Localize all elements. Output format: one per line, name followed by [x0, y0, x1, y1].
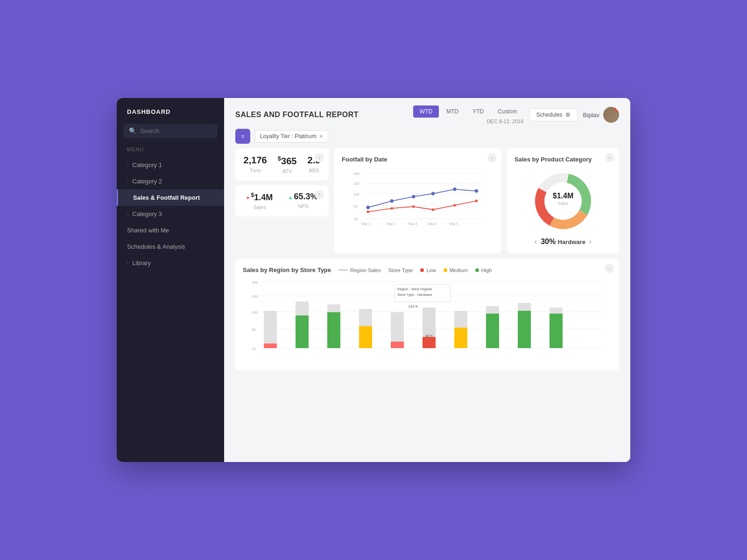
- donut-container: $1.4M Sales ‹ 30% Hardware ›: [514, 168, 612, 246]
- user-area: Biplav 2: [583, 107, 619, 123]
- filter-icon[interactable]: ▿: [235, 129, 250, 144]
- svg-text:Day 1: Day 1: [361, 222, 370, 226]
- svg-text:100: 100: [252, 310, 258, 315]
- chart-header: Sales by Region by Store Type Region Sal…: [243, 266, 612, 273]
- chevron-right-icon-2: ›: [127, 211, 128, 217]
- kpi-sales: ▾ $1.4M Sales: [247, 192, 273, 210]
- svg-text:150: 150: [354, 182, 359, 186]
- filter-bar: ▿ Loyality Tier : Platinum ×: [224, 124, 630, 148]
- notification-badge: 2: [614, 107, 619, 112]
- svg-text:48 K: 48 K: [425, 334, 433, 338]
- donut-prev-btn[interactable]: ‹: [535, 238, 537, 246]
- donut-svg: $1.4M Sales: [530, 168, 596, 234]
- svg-point-21: [475, 200, 478, 203]
- donut-title: Sales by Product Category: [514, 156, 612, 163]
- svg-point-12: [412, 195, 415, 198]
- svg-point-19: [432, 208, 435, 211]
- svg-text:Sales: Sales: [558, 201, 569, 206]
- svg-text:10: 10: [354, 217, 358, 221]
- kpi-top-card: › 2,176 Txns $365 ATV 2.3: [235, 148, 329, 181]
- svg-rect-44: [264, 343, 277, 348]
- sidebar-item-sales-footfall[interactable]: Sales & Footfall Report: [117, 189, 224, 206]
- donut-nav: ‹ 30% Hardware ›: [535, 238, 592, 246]
- sidebar-item-category3[interactable]: › Category 3: [117, 206, 224, 222]
- donut-category: Hardware: [558, 238, 585, 245]
- svg-rect-46: [296, 315, 309, 348]
- sidebar-item-schedules[interactable]: Schedules & Analysis: [117, 238, 224, 255]
- svg-rect-50: [359, 326, 372, 348]
- user-name: Biplav: [583, 112, 599, 119]
- page-title: SALES AND FOOTFALL REPORT: [235, 111, 359, 119]
- tab-custom[interactable]: Custom: [491, 105, 523, 118]
- bar-chart-svg: 200 150 100 50 10: [243, 277, 612, 361]
- svg-point-15: [475, 189, 478, 193]
- svg-rect-43: [264, 311, 277, 348]
- chevron-down-icon: ›: [127, 179, 128, 184]
- tab-mtd[interactable]: MTD: [440, 105, 465, 118]
- legend-store-type: Store Type: [388, 267, 413, 273]
- svg-text:Region : West Virginia: Region : West Virginia: [397, 287, 432, 291]
- svg-text:Day 2: Day 2: [387, 222, 395, 226]
- svg-rect-48: [327, 312, 340, 348]
- top-row: › 2,176 Txns $365 ATV 2.3: [235, 148, 619, 253]
- dashboard-title: DASHBOARD: [117, 98, 224, 124]
- svg-text:10: 10: [252, 347, 256, 351]
- svg-rect-67: [550, 314, 563, 348]
- kpi-txns: 2,176 Txns: [244, 155, 267, 174]
- legend-low-label: Low: [426, 267, 436, 273]
- svg-rect-61: [454, 328, 467, 348]
- topbar-right: WTD MTD YTD Custom DEC 8-12, 2016 Schedu…: [413, 105, 619, 124]
- search-icon: 🔍: [129, 127, 136, 134]
- footfall-title: Footfall by Date: [342, 156, 494, 163]
- filter-remove-btn[interactable]: ×: [319, 133, 323, 140]
- schedules-label: Schedules: [536, 112, 563, 118]
- bar-chart-card: › Sales by Region by Store Type Region S…: [235, 259, 619, 371]
- donut-percentage: 30%: [541, 238, 556, 245]
- date-range: DEC 8-12, 2016: [487, 119, 524, 124]
- trend-up-icon: ▴: [289, 194, 292, 201]
- trend-down-icon: ▾: [247, 195, 249, 201]
- legend-medium: Medium: [444, 267, 468, 273]
- legend-high: High: [475, 267, 492, 273]
- svg-point-11: [390, 199, 394, 203]
- tab-wtd[interactable]: WTD: [413, 105, 439, 118]
- sidebar-item-category2[interactable]: › Category 2: [117, 173, 224, 189]
- kpi-atv: $365 ATV: [278, 155, 297, 174]
- kpi-bottom-card: › ▾ $1.4M Sales ▴: [235, 185, 329, 217]
- chevron-right-icon: ›: [127, 162, 128, 168]
- search-box[interactable]: 🔍: [123, 124, 218, 138]
- search-input[interactable]: [140, 127, 212, 134]
- settings-icon: ⚙: [565, 112, 571, 118]
- kpi-close-btn[interactable]: ›: [315, 153, 324, 162]
- svg-rect-63: [486, 314, 499, 348]
- sidebar-item-shared[interactable]: Shared with Me: [117, 222, 224, 238]
- bottom-row: › Sales by Region by Store Type Region S…: [235, 259, 619, 371]
- sidebar-item-category1[interactable]: › Category 1: [117, 157, 224, 173]
- menu-label: MENU: [117, 147, 224, 157]
- svg-rect-65: [518, 311, 531, 348]
- sidebar: DASHBOARD 🔍 MENU › Category 1 › Category…: [117, 98, 224, 462]
- svg-point-18: [412, 205, 415, 208]
- svg-text:50: 50: [252, 328, 256, 332]
- main-content: SALES AND FOOTFALL REPORT WTD MTD YTD Cu…: [224, 98, 630, 462]
- svg-point-13: [431, 192, 435, 195]
- svg-point-14: [453, 188, 456, 191]
- kpi-txns-value: 2,176: [244, 155, 267, 166]
- legend-region-dot: [338, 269, 348, 271]
- tab-ytd[interactable]: YTD: [466, 105, 490, 118]
- schedules-button[interactable]: Schedules ⚙: [529, 108, 578, 121]
- footfall-chart: 200 150 100 50 10: [342, 168, 494, 229]
- date-tabs: WTD MTD YTD Custom: [413, 105, 524, 118]
- svg-text:142 K: 142 K: [409, 304, 419, 308]
- topbar: SALES AND FOOTFALL REPORT WTD MTD YTD Cu…: [224, 98, 630, 124]
- donut-next-btn[interactable]: ›: [589, 238, 592, 246]
- bar-close-btn[interactable]: ›: [605, 264, 614, 273]
- donut-close-btn[interactable]: ›: [605, 153, 614, 162]
- svg-point-10: [366, 206, 370, 209]
- kpi-nps-value: 65.3%: [294, 192, 317, 202]
- cards-area: › 2,176 Txns $365 ATV 2.3: [224, 148, 630, 462]
- kpi-bottom-close-btn[interactable]: ›: [315, 190, 324, 199]
- footfall-close-btn[interactable]: ›: [487, 153, 497, 162]
- filter-tag: Loyality Tier : Platinum ×: [255, 130, 328, 142]
- sidebar-item-library[interactable]: › Library: [117, 255, 224, 271]
